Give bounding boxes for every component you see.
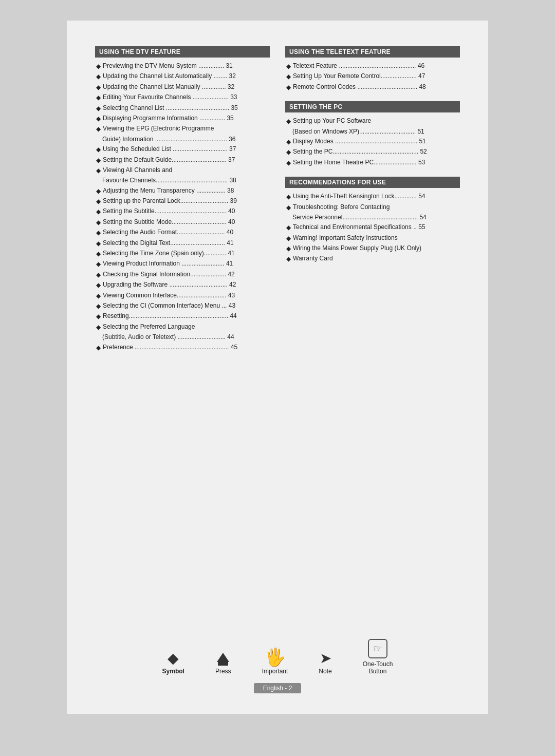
- press-icon: [217, 653, 229, 666]
- list-item: ◆ Resetting.............................…: [95, 312, 270, 321]
- symbol-item-onetouch: ☞ One-TouchButton: [363, 639, 393, 675]
- bullet-icon: ◆: [96, 292, 101, 300]
- list-item: ◆ Troubleshooting: Before Contacting: [285, 203, 460, 212]
- list-item: ◆ Viewing All Channels and: [95, 166, 270, 175]
- bullet-icon: ◆: [286, 203, 291, 212]
- main-content: USING THE DTV FEATURE ◆ Previewing the D…: [95, 46, 460, 618]
- press-rect: [218, 662, 228, 666]
- list-item: Service Personnel.......................…: [285, 213, 460, 222]
- list-item: ◆ Technical and Environmental Specificat…: [285, 223, 460, 232]
- list-item: ◆ Viewing Common Interface..............…: [95, 291, 270, 300]
- bullet-icon: ◆: [286, 234, 291, 243]
- bullet-icon: ◆: [96, 145, 101, 154]
- bullet-icon: ◆: [286, 159, 291, 167]
- bullet-icon: ◆: [96, 312, 101, 321]
- finger-icon: ☞: [373, 642, 382, 655]
- pc-header: SETTING THE PC: [285, 101, 460, 112]
- list-item: ◆ Display Modes ........................…: [285, 137, 460, 146]
- list-item: ◆ Previewing the DTV Menu System .......…: [95, 62, 270, 71]
- onetouch-icon: ☞: [368, 639, 387, 658]
- list-item: ◆ Setting Up Your Remote Control........…: [285, 72, 460, 81]
- symbol-item-note: ➤ Note: [319, 651, 331, 675]
- recommendations-section: RECOMMENDATIONS FOR USE ◆ Using the Anti…: [285, 177, 460, 264]
- list-item: ◆ Setting the Default Guide.............…: [95, 156, 270, 165]
- list-item: ◆ Upgrading the Software ...............…: [95, 280, 270, 290]
- bullet-icon: ◆: [96, 281, 101, 290]
- bullet-icon: ◆: [96, 93, 101, 102]
- right-column: USING THE TELETEXT FEATURE ◆ Teletext Fe…: [285, 46, 460, 618]
- list-item: ◆ Warranty Card: [285, 254, 460, 263]
- bullet-icon: ◆: [96, 271, 101, 279]
- bullet-icon: ◆: [96, 156, 101, 165]
- page-label: English - 2: [254, 683, 302, 693]
- list-item: ◆ Selecting the Time Zone (Spain only)..…: [95, 249, 270, 258]
- list-item: Favourite Channels......................…: [95, 176, 270, 185]
- bullet-icon: ◆: [286, 255, 291, 263]
- list-item: ◆ Setting the Home Theatre PC...........…: [285, 158, 460, 167]
- bullet-icon: ◆: [96, 344, 101, 352]
- list-item: ◆ Wiring the Mains Power Supply Plug (UK…: [285, 244, 460, 253]
- list-item: ◆ Teletext Feature .....................…: [285, 62, 460, 71]
- important-icon: 🖐: [264, 648, 286, 666]
- page: USING THE DTV FEATURE ◆ Previewing the D…: [67, 21, 488, 714]
- list-item: (Subtitle, Audio or Teletext) ..........…: [95, 333, 270, 342]
- list-item: ◆ Editing Your Favourite Channels ......…: [95, 93, 270, 102]
- list-item: ◆ Checking the Signal Information.......…: [95, 270, 270, 279]
- list-item: ◆ Setting up Your PC Software: [285, 117, 460, 126]
- bullet-icon: ◆: [286, 83, 291, 92]
- list-item: ◆ Selecting the Audio Format............…: [95, 228, 270, 237]
- note-icon: ➤: [320, 651, 331, 666]
- list-item: ◆ Warning! Important Safety Instructions: [285, 234, 460, 243]
- symbol-icon: ◆: [168, 651, 179, 666]
- symbol-label-important: Important: [262, 668, 288, 675]
- symbol-label-onetouch: One-TouchButton: [363, 660, 393, 675]
- bullet-icon: ◆: [96, 62, 101, 71]
- list-item: ◆ Setting up the Parental Lock..........…: [95, 197, 270, 206]
- dtv-header: USING THE DTV FEATURE: [95, 46, 270, 58]
- symbol-item-symbol: ◆ Symbol: [162, 651, 184, 675]
- list-item: Guide) Information .....................…: [95, 135, 270, 144]
- bullet-icon: ◆: [286, 193, 291, 201]
- list-item: ◆ Displaying Programme Information .....…: [95, 114, 270, 123]
- list-item: ◆ Setting the Subtitle..................…: [95, 207, 270, 216]
- list-item: ◆ Selecting the Preferred Language: [95, 323, 270, 332]
- bullet-icon: ◆: [96, 72, 101, 81]
- symbol-label-press: Press: [215, 668, 231, 675]
- bullet-icon: ◆: [96, 229, 101, 237]
- bullet-icon: ◆: [286, 62, 291, 71]
- left-column: USING THE DTV FEATURE ◆ Previewing the D…: [95, 46, 270, 618]
- recommendations-header: RECOMMENDATIONS FOR USE: [285, 177, 460, 188]
- bullet-icon: ◆: [286, 117, 291, 126]
- press-triangle: [217, 653, 229, 662]
- bullet-icon: ◆: [96, 260, 101, 269]
- teletext-header: USING THE TELETEXT FEATURE: [285, 46, 460, 58]
- bullet-icon: ◆: [96, 323, 101, 332]
- symbol-item-important: 🖐 Important: [262, 648, 288, 675]
- bullet-icon: ◆: [286, 148, 291, 157]
- bullet-icon: ◆: [96, 250, 101, 258]
- list-item: ◆ Remote Control Codes .................…: [285, 83, 460, 92]
- list-item: (Based on Windows XP)...................…: [285, 127, 460, 136]
- list-item: ◆ Updating the Channel List Manually ...…: [95, 83, 270, 92]
- dtv-section: USING THE DTV FEATURE ◆ Previewing the D…: [95, 46, 270, 352]
- list-item: ◆ Setting the PC........................…: [285, 147, 460, 157]
- list-item: ◆ Adjusting the Menu Transparency ......…: [95, 186, 270, 196]
- bullet-icon: ◆: [96, 166, 101, 175]
- bullet-icon: ◆: [96, 115, 101, 123]
- list-item: ◆ Updating the Channel List Automaticall…: [95, 72, 270, 81]
- symbols-row: ◆ Symbol Press 🖐 Important ➤ Note: [162, 639, 393, 675]
- symbol-label-note: Note: [319, 668, 331, 675]
- list-item: ◆ Viewing Product Information ..........…: [95, 259, 270, 269]
- list-item: ◆ Preference ...........................…: [95, 343, 270, 352]
- bullet-icon: ◆: [286, 138, 291, 146]
- bullet-icon: ◆: [96, 197, 101, 206]
- bullet-icon: ◆: [96, 104, 101, 113]
- bullet-icon: ◆: [96, 83, 101, 92]
- footer: ◆ Symbol Press 🖐 Important ➤ Note: [95, 639, 460, 693]
- bullet-icon: ◆: [96, 187, 101, 196]
- list-item: ◆ Viewing the EPG (Electronic Programme: [95, 124, 270, 134]
- list-item: ◆ Using the Anti-Theft Kensington Lock..…: [285, 192, 460, 201]
- bullet-icon: ◆: [286, 244, 291, 253]
- teletext-section: USING THE TELETEXT FEATURE ◆ Teletext Fe…: [285, 46, 460, 92]
- list-item: ◆ Selecting Channel List ...............…: [95, 104, 270, 113]
